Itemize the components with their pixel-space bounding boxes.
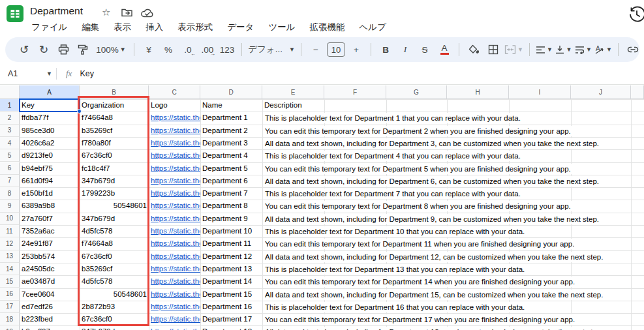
cell-D2[interactable]: Department 1	[200, 112, 262, 124]
row-header-6[interactable]: 6	[0, 162, 20, 175]
increase-decimal-button[interactable]: .00→	[199, 41, 216, 58]
cell-D7[interactable]: Department 6	[200, 175, 262, 187]
cell-A6[interactable]: b94ebf75	[20, 162, 80, 175]
cell-A5[interactable]: d9213fe0	[20, 149, 80, 162]
menu-data[interactable]: データ	[222, 20, 259, 35]
cell-E10[interactable]: All data and text shown, including for D…	[263, 214, 601, 224]
paint-format-button[interactable]	[74, 41, 91, 58]
insert-link-button[interactable]	[624, 41, 639, 58]
cell-D14[interactable]: Department 13	[200, 263, 262, 275]
row-header-9[interactable]: 9	[0, 200, 20, 212]
cell-C5-link[interactable]: https://static.ther	[149, 149, 200, 162]
vertical-align-button[interactable]: ▼	[555, 41, 572, 58]
column-header-E[interactable]: E	[262, 85, 324, 99]
cell-D12[interactable]: Department 11	[200, 237, 262, 250]
cell-E9[interactable]: You can edit this temporary text for Dep…	[263, 201, 573, 211]
cell-C14-link[interactable]: https://static.ther	[149, 263, 200, 275]
cell-C17-link[interactable]: https://static.ther	[149, 301, 200, 313]
cell-C3-link[interactable]: https://static.ther	[149, 125, 200, 137]
cell-D13[interactable]: Department 12	[200, 250, 262, 263]
column-header-C[interactable]: C	[149, 85, 200, 99]
cell-C19-link[interactable]: https://static.ther	[149, 325, 200, 330]
cell-E11[interactable]: This is placeholder text for Department …	[263, 226, 527, 237]
column-header-H[interactable]: H	[447, 85, 509, 99]
cell-D11[interactable]: Department 10	[200, 225, 262, 237]
menu-edit[interactable]: 編集	[76, 20, 104, 35]
strikethrough-button[interactable]: S	[416, 41, 433, 58]
cell-D18[interactable]: Department 17	[200, 313, 262, 325]
row-header-1[interactable]: 1	[0, 99, 20, 112]
row-header-12[interactable]: 12	[0, 237, 20, 250]
cell-E17[interactable]: This is placeholder text for Department …	[263, 302, 527, 312]
zoom-select[interactable]: 100%▼	[94, 41, 128, 58]
cell-A18[interactable]: b223fbed	[20, 313, 80, 325]
cell-D6[interactable]: Department 5	[200, 162, 262, 175]
print-button[interactable]	[55, 41, 72, 58]
cell-A10[interactable]: 27a760f7	[20, 213, 80, 225]
cell-A15[interactable]: ae03487d	[20, 275, 80, 288]
cell-D15[interactable]: Department 14	[200, 275, 262, 288]
cell-E2[interactable]: This is placeholder text for Department …	[263, 113, 523, 123]
row-header-11[interactable]: 11	[0, 225, 20, 237]
font-size-input[interactable]: 10	[327, 41, 345, 58]
column-header-F[interactable]: F	[324, 85, 386, 99]
increase-font-size-button[interactable]: +	[348, 41, 365, 58]
row-header-8[interactable]: 8	[0, 187, 20, 200]
text-color-button[interactable]: A	[436, 41, 453, 58]
cell-A13[interactable]: 253bb574	[20, 250, 80, 263]
cell-C8-link[interactable]: https://static.ther	[149, 187, 200, 200]
cell-C4-link[interactable]: https://static.ther	[149, 137, 200, 149]
cell-E7[interactable]: All data and text shown, including for D…	[263, 176, 601, 187]
cell-E14[interactable]: This is placeholder text for Department …	[263, 264, 527, 275]
cell-A7[interactable]: 661d0f94	[20, 175, 80, 187]
row-header-17[interactable]: 17	[0, 301, 20, 313]
cell-C11-link[interactable]: https://static.ther	[149, 225, 200, 237]
text-wrap-button[interactable]: ▼	[575, 41, 592, 58]
menu-extensions[interactable]: 拡張機能	[305, 20, 350, 35]
sheets-logo-icon[interactable]	[7, 5, 23, 25]
decrease-decimal-button[interactable]: .0←	[179, 41, 196, 58]
formula-input[interactable]: Key	[80, 69, 94, 78]
cell-C9-link[interactable]: https://static.ther	[149, 200, 200, 212]
cell-C12-link[interactable]: https://static.ther	[149, 237, 200, 250]
row-header-19[interactable]: 19	[0, 325, 20, 330]
cell-A17[interactable]: ed7edf26	[20, 301, 80, 313]
undo-button[interactable]: ↺	[16, 41, 33, 58]
cell-E16[interactable]: All data and text shown, including for D…	[263, 290, 605, 300]
document-title[interactable]: Department	[30, 5, 83, 17]
cell-A3[interactable]: 985ce3d0	[20, 125, 80, 137]
cell-B19[interactable]: 347b679d	[80, 325, 149, 330]
row-header-16[interactable]: 16	[0, 288, 20, 301]
menu-file[interactable]: ファイル	[26, 20, 72, 35]
cell-E12[interactable]: You can edit this temporary text for Dep…	[263, 239, 576, 249]
cell-A11[interactable]: 7352a6ac	[20, 225, 80, 237]
cell-D1[interactable]: Name	[200, 99, 262, 112]
decrease-font-size-button[interactable]: −	[307, 41, 324, 58]
cell-E19[interactable]: All data and text shown, including for D…	[263, 327, 605, 330]
name-box[interactable]: A1 ▼	[0, 69, 56, 78]
row-header-15[interactable]: 15	[0, 275, 20, 288]
row-header-2[interactable]: 2	[0, 112, 20, 124]
cloud-saved-icon[interactable]	[141, 8, 154, 20]
font-select[interactable]: デフォ...▼	[248, 41, 295, 58]
row-header-3[interactable]: 3	[0, 125, 20, 137]
column-header-I[interactable]: I	[509, 85, 571, 99]
cell-C1[interactable]: Logo	[149, 99, 200, 112]
menu-insert[interactable]: 挿入	[140, 20, 168, 35]
star-icon[interactable]: ☆	[102, 7, 110, 18]
cell-A19[interactable]: b9acff07	[20, 325, 80, 330]
cell-E5[interactable]: This is placeholder text for Department …	[263, 151, 523, 161]
cell-A4[interactable]: 4026c6a2	[20, 137, 80, 149]
menu-view[interactable]: 表示	[108, 20, 136, 35]
cell-E13[interactable]: All data and text shown, including for D…	[263, 252, 605, 262]
name-box-caret-icon[interactable]: ▼	[46, 70, 52, 77]
cell-C13-link[interactable]: https://static.ther	[149, 250, 200, 263]
text-rotation-button[interactable]: A ▼	[594, 41, 612, 58]
borders-button[interactable]	[485, 41, 502, 58]
cell-E18[interactable]: You can edit this temporary text for Dep…	[263, 314, 577, 325]
row-header-10[interactable]: 10	[0, 213, 20, 225]
row-header-5[interactable]: 5	[0, 149, 20, 162]
redo-button[interactable]: ↻	[35, 41, 52, 58]
cell-D16[interactable]: Department 15	[200, 288, 262, 301]
row-header-7[interactable]: 7	[0, 175, 20, 187]
